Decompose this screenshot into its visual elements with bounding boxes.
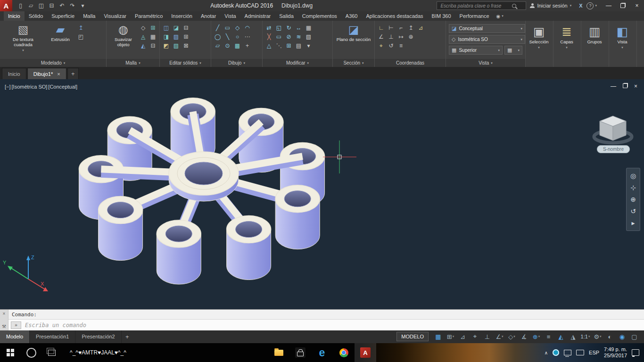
exchange-apps-icon[interactable]: X bbox=[579, 3, 582, 8]
layout-tab-presentaci-n2[interactable]: Presentación2 bbox=[75, 330, 121, 343]
viewcube[interactable] bbox=[594, 116, 632, 143]
smooth-object-button[interactable]: ◍ Suavizar objeto bbox=[109, 22, 137, 59]
restore-button[interactable] bbox=[616, 0, 630, 11]
polar-tracking-icon[interactable]: ∠▾ bbox=[494, 331, 505, 342]
infer-constraints-icon[interactable]: ⊿ bbox=[457, 331, 469, 342]
ribbon-tab-param-trico[interactable]: Paramétrico bbox=[131, 11, 167, 21]
viewport-3d-model[interactable] bbox=[79, 98, 325, 284]
action-center-icon[interactable] bbox=[632, 349, 639, 356]
viewport-config-button[interactable]: ▦ ▾ bbox=[504, 46, 522, 55]
dibujo-tool-icon[interactable]: + bbox=[244, 42, 251, 49]
drawing-viewport[interactable]: Z Y X [−] [Isométrica SO] [Conceptual] —… bbox=[0, 79, 644, 309]
help-menu-caret-icon[interactable]: ▾ bbox=[595, 4, 597, 8]
editar_solidos-tool-icon[interactable]: ⊞ bbox=[182, 33, 190, 41]
ribbon-tab-inserci-n[interactable]: Inserción bbox=[167, 11, 197, 21]
ribbon-tab-complementos[interactable]: Complementos bbox=[298, 11, 341, 21]
visual-style-dropdown[interactable]: ◪ Conceptual ▾ bbox=[449, 24, 525, 33]
tray-app-circle-icon[interactable] bbox=[553, 349, 559, 356]
cortana-button[interactable] bbox=[21, 343, 41, 362]
dibujo-tool-icon[interactable]: ⋯ bbox=[244, 33, 251, 41]
start-button[interactable] bbox=[0, 343, 21, 362]
close-button[interactable]: × bbox=[630, 0, 644, 11]
ortho-icon[interactable]: ⊥ bbox=[481, 331, 493, 342]
modificar-tool-icon[interactable]: ▤ bbox=[295, 42, 302, 49]
modelado_extra-tool-icon[interactable]: ◰ bbox=[77, 33, 84, 41]
ribbon-tab-inicio[interactable]: Inicio bbox=[4, 11, 25, 21]
modelado_extra-tool-icon[interactable]: ↥ bbox=[77, 25, 84, 32]
coordenadas-tool-icon[interactable]: ⊢ bbox=[388, 25, 395, 32]
isolate-objects-icon[interactable]: ◐ bbox=[604, 331, 616, 342]
print-icon[interactable]: ⊟ bbox=[48, 2, 55, 9]
autocad-taskbar-button[interactable]: A bbox=[355, 343, 376, 362]
panel-label-seccion[interactable]: Sección ▾ bbox=[333, 59, 374, 67]
zoom-icon[interactable]: ⊕ bbox=[630, 196, 636, 203]
new-drawing-tab-button[interactable]: + bbox=[67, 68, 79, 79]
malla-tool-icon[interactable]: ◭ bbox=[140, 42, 147, 49]
modificar-tool-icon[interactable]: ╳ bbox=[265, 33, 272, 41]
doc-minimize-button[interactable]: — bbox=[611, 83, 616, 90]
ribbon-tab-administrar[interactable]: Administrar bbox=[240, 11, 275, 21]
editar_solidos-tool-icon[interactable]: ◪ bbox=[173, 25, 180, 32]
selection-button[interactable]: ▣ Selección ▾ bbox=[526, 21, 552, 50]
ucs-dropdown[interactable]: ▦ Superior ▾ bbox=[449, 46, 503, 55]
modificar-tool-icon[interactable]: ⇄ bbox=[265, 25, 272, 32]
panel-label-malla[interactable]: Malla ▾ bbox=[107, 59, 159, 67]
graphics-performance-icon[interactable]: ◉ bbox=[616, 331, 628, 342]
panel-label-vista[interactable]: Vista ▾ bbox=[446, 59, 525, 67]
grid-icon[interactable]: ▦ bbox=[432, 331, 444, 342]
modificar-tool-icon[interactable]: ⋱ bbox=[275, 42, 282, 49]
autocad-logo-icon[interactable]: A bbox=[0, 0, 12, 11]
ribbon-display-toggle-icon[interactable]: ◉▾ bbox=[496, 11, 504, 21]
coordenadas-tool-icon[interactable]: ≡ bbox=[397, 42, 405, 49]
ribbon-tab-superficie[interactable]: Superficie bbox=[47, 11, 79, 21]
viewport-visual-style-menu[interactable]: [Conceptual] bbox=[48, 84, 77, 90]
showmotion-icon[interactable]: ▸ bbox=[631, 220, 635, 226]
isometric-drafting-icon[interactable]: ◇▾ bbox=[506, 331, 518, 342]
clock[interactable]: 7:49 p. m. 25/9/2017 bbox=[604, 346, 627, 359]
layers-button[interactable]: ≣ Capas ▾ bbox=[553, 21, 580, 50]
help-search-box[interactable] bbox=[437, 1, 526, 10]
object-snap-tracking-icon[interactable]: ∡ bbox=[518, 331, 530, 342]
modificar-tool-icon[interactable]: ↔ bbox=[295, 25, 302, 32]
ribbon-tab-aplicaciones-destacadas[interactable]: Aplicaciones destacadas bbox=[362, 11, 428, 21]
ribbon-tab-bim-360[interactable]: BIM 360 bbox=[428, 11, 455, 21]
dibujo-tool-icon[interactable]: ▩ bbox=[234, 42, 241, 49]
extrude-button[interactable]: ▰ Extrusión bbox=[46, 22, 75, 59]
task-view-button[interactable] bbox=[41, 343, 62, 362]
annotation-scale-button[interactable]: 1:1▾ bbox=[579, 331, 591, 342]
modificar-tool-icon[interactable]: ⊞ bbox=[285, 42, 292, 49]
malla-tool-icon[interactable]: ▦ bbox=[149, 33, 157, 41]
dibujo-tool-icon[interactable]: ◠ bbox=[244, 25, 251, 32]
coordenadas-tool-icon[interactable]: ⊿ bbox=[417, 25, 424, 32]
modificar-tool-icon[interactable]: ≋ bbox=[295, 33, 302, 41]
command-input[interactable] bbox=[24, 321, 644, 329]
mesh-primitive-button[interactable]: ▧ De textura cuadrada ▾ bbox=[3, 22, 43, 59]
section-plane-button[interactable]: ◪ Plano de sección bbox=[336, 22, 372, 59]
close-command-window-icon[interactable]: × bbox=[3, 311, 6, 316]
view-dropdown[interactable]: ◇ Isométrica SO ▾ bbox=[449, 35, 525, 44]
ribbon-tab-anotar[interactable]: Anotar bbox=[197, 11, 220, 21]
orbit-icon[interactable]: ↺ bbox=[630, 208, 636, 214]
touch-keyboard-icon[interactable] bbox=[576, 350, 584, 355]
dynamic-input-icon[interactable]: ⌖ bbox=[469, 331, 481, 342]
coordenadas-tool-icon[interactable]: ↥ bbox=[407, 25, 414, 32]
coordenadas-tool-icon[interactable]: ∠ bbox=[378, 33, 385, 41]
snap-mode-icon[interactable]: ⊞▾ bbox=[445, 331, 456, 342]
ribbon-tab-malla[interactable]: Malla bbox=[79, 11, 99, 21]
dibujo-tool-icon[interactable]: ╱ bbox=[214, 25, 221, 32]
microsoft-store-button[interactable] bbox=[289, 343, 311, 362]
clean-screen-icon[interactable]: ▢ bbox=[628, 331, 640, 342]
undo-icon[interactable]: ↶ bbox=[58, 2, 66, 9]
file-tab-dibujo1[interactable]: Dibujo1* × bbox=[27, 68, 66, 79]
file-explorer-button[interactable] bbox=[268, 343, 289, 362]
malla-tool-icon[interactable]: ⊞ bbox=[149, 25, 157, 32]
sign-in-button[interactable]: Iniciar sesión ▾ bbox=[530, 3, 571, 8]
chrome-button[interactable] bbox=[333, 343, 355, 362]
dibujo-tool-icon[interactable]: ╲ bbox=[224, 33, 231, 41]
new-layout-button[interactable]: + bbox=[122, 330, 133, 343]
customize-command-icon[interactable]: ⚒ bbox=[2, 324, 6, 329]
groups-button[interactable]: ▥ Grupos bbox=[581, 21, 608, 44]
search-icon[interactable] bbox=[512, 4, 516, 8]
panel-label-editar-solidos[interactable]: Editar sólidos ▾ bbox=[160, 59, 211, 67]
editar_solidos-tool-icon[interactable]: ◫ bbox=[163, 25, 170, 32]
